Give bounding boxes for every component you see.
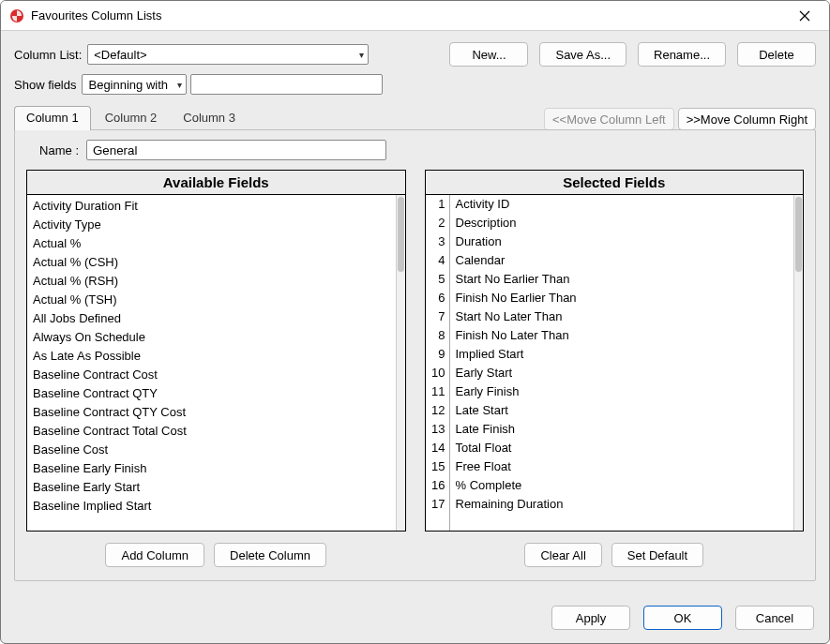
available-fields-list[interactable]: Activity Duration FitActivity TypeActual…: [27, 195, 396, 531]
list-item[interactable]: Baseline Early Start: [27, 478, 396, 497]
list-item[interactable]: As Late As Possible: [27, 347, 396, 366]
list-item[interactable]: Implied Start: [456, 345, 794, 364]
list-item[interactable]: Baseline Cost: [27, 441, 396, 459]
cancel-button[interactable]: Cancel: [735, 606, 814, 630]
column-list-label: Column List:: [14, 48, 82, 62]
row-number: 12: [426, 401, 445, 420]
column-tabs: Column 1 Column 2 Column 3: [14, 106, 249, 130]
row-number: 1: [426, 195, 445, 214]
window-title: Favourites Column Lists: [31, 8, 786, 22]
row-number: 10: [426, 364, 445, 382]
column-tab-panel: Name : Available Fields Activity Duratio…: [14, 129, 816, 581]
list-item[interactable]: Remaining Duration: [456, 495, 794, 514]
list-item[interactable]: Baseline Early Finish: [27, 459, 396, 478]
row-number: 6: [426, 289, 445, 307]
selected-fields-list[interactable]: 1234567891011121314151617 Activity IDDes…: [426, 195, 794, 531]
set-default-button[interactable]: Set Default: [611, 543, 703, 567]
dialog-content: Column List: <Default> ▾ New... Save As.…: [1, 31, 829, 594]
tab-column-2[interactable]: Column 2: [93, 106, 170, 130]
list-item[interactable]: Actual %: [27, 234, 396, 253]
new-button[interactable]: New...: [449, 42, 528, 67]
delete-button[interactable]: Delete: [737, 42, 816, 67]
chevron-down-icon: ▾: [359, 50, 364, 60]
show-fields-filter-input[interactable]: [190, 74, 383, 95]
list-item[interactable]: Free Float: [456, 457, 794, 476]
row-number: 17: [426, 495, 445, 514]
list-item[interactable]: Start No Earlier Than: [456, 270, 794, 289]
app-icon: [8, 7, 25, 24]
available-fields-box: Available Fields Activity Duration FitAc…: [26, 170, 406, 532]
row-number: 11: [426, 382, 445, 401]
tab-column-3[interactable]: Column 3: [171, 106, 248, 130]
list-item[interactable]: Baseline Contract Total Cost: [27, 422, 396, 441]
row-number: 4: [426, 251, 445, 270]
list-item[interactable]: Early Finish: [456, 382, 794, 401]
row-number: 2: [426, 214, 445, 232]
row-number: 9: [426, 345, 445, 364]
list-item[interactable]: Actual % (CSH): [27, 253, 396, 272]
column-name-input[interactable]: [86, 140, 386, 160]
titlebar: Favourites Column Lists: [1, 1, 829, 31]
column-list-dropdown[interactable]: <Default> ▾: [87, 44, 369, 65]
row-number: 3: [426, 232, 445, 251]
apply-button[interactable]: Apply: [551, 606, 630, 630]
list-item[interactable]: All Jobs Defined: [27, 309, 396, 328]
list-item[interactable]: Calendar: [456, 251, 794, 270]
list-item[interactable]: Activity Duration Fit: [27, 197, 396, 216]
selected-fields-header: Selected Fields: [425, 170, 805, 195]
scrollbar[interactable]: [793, 195, 803, 531]
row-number: 14: [426, 439, 445, 457]
list-item[interactable]: Early Start: [456, 364, 794, 382]
rename-button[interactable]: Rename...: [638, 42, 726, 67]
row-number: 15: [426, 457, 445, 476]
delete-column-button[interactable]: Delete Column: [214, 543, 326, 567]
list-item[interactable]: Baseline Implied Start: [27, 497, 396, 516]
move-column-right-button[interactable]: >>Move Column Right: [678, 108, 816, 130]
save-as-button[interactable]: Save As...: [539, 42, 626, 67]
tabs-row: Column 1 Column 2 Column 3 <<Move Column…: [14, 106, 816, 130]
name-label: Name :: [26, 143, 79, 157]
list-item[interactable]: Always On Schedule: [27, 328, 396, 347]
clear-all-button[interactable]: Clear All: [524, 543, 601, 567]
dialog-window: Favourites Column Lists Column List: <De…: [0, 0, 830, 644]
list-item[interactable]: Actual % (RSH): [27, 272, 396, 291]
show-fields-label: Show fields: [14, 78, 76, 92]
close-icon: [799, 10, 810, 22]
row-number: 16: [426, 476, 445, 495]
list-item[interactable]: Duration: [456, 232, 794, 251]
row-number: 13: [426, 420, 445, 439]
list-item[interactable]: Start No Later Than: [456, 307, 794, 326]
move-column-left-button[interactable]: <<Move Column Left: [544, 108, 674, 130]
dialog-buttons: Apply OK Cancel: [1, 594, 829, 643]
ok-button[interactable]: OK: [643, 606, 722, 630]
available-fields-header: Available Fields: [26, 170, 406, 195]
show-fields-mode-value: Beginning with: [88, 78, 168, 92]
show-fields-mode-dropdown[interactable]: Beginning with ▾: [82, 74, 187, 95]
row-number: 7: [426, 307, 445, 326]
close-button[interactable]: [786, 3, 823, 29]
scrollbar[interactable]: [396, 195, 405, 531]
list-item[interactable]: Baseline Contract Cost: [27, 366, 396, 384]
list-item[interactable]: Activity ID: [456, 195, 794, 214]
list-item[interactable]: Total Float: [456, 439, 794, 457]
list-item[interactable]: Late Finish: [456, 420, 794, 439]
list-item[interactable]: Actual % (TSH): [27, 291, 396, 309]
list-item[interactable]: Baseline Contract QTY: [27, 384, 396, 403]
list-item[interactable]: Finish No Later Than: [456, 326, 794, 345]
list-item[interactable]: Baseline Contract QTY Cost: [27, 403, 396, 422]
column-list-value: <Default>: [94, 48, 146, 62]
column-list-row: Column List: <Default> ▾ New... Save As.…: [14, 42, 816, 67]
list-item[interactable]: Description: [456, 214, 794, 232]
chevron-down-icon: ▾: [177, 80, 182, 90]
list-item[interactable]: Finish No Earlier Than: [456, 289, 794, 307]
list-item[interactable]: % Complete: [456, 476, 794, 495]
show-fields-row: Show fields Beginning with ▾: [14, 74, 816, 95]
name-row: Name :: [26, 140, 804, 160]
list-item[interactable]: Activity Type: [27, 216, 396, 234]
list-item[interactable]: Late Start: [456, 401, 794, 420]
add-column-button[interactable]: Add Column: [105, 543, 204, 567]
row-number: 5: [426, 270, 445, 289]
fields-area: Available Fields Activity Duration FitAc…: [26, 170, 804, 567]
tab-column-1[interactable]: Column 1: [14, 106, 91, 130]
row-number: 8: [426, 326, 445, 345]
